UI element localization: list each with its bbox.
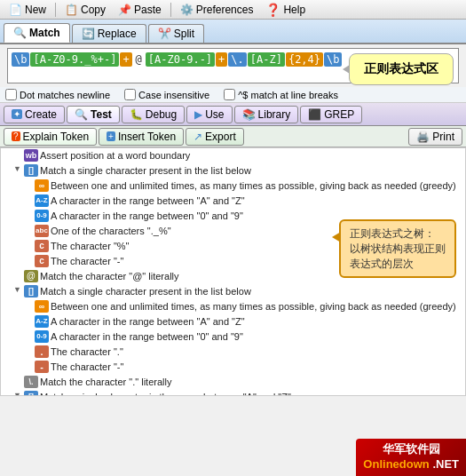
preferences-button[interactable]: ⚙️ Preferences bbox=[175, 3, 259, 17]
regex-area-tooltip: 正则表达式区 bbox=[349, 53, 454, 85]
watermark-line2: Onlinedown bbox=[363, 457, 429, 471]
tree-text-3: A character in the range between "A" and… bbox=[51, 194, 245, 208]
tab2-create[interactable]: ✦ Create bbox=[4, 106, 65, 123]
tab3-insert-token[interactable]: + Insert Token bbox=[99, 128, 184, 146]
abc-icon-4: . bbox=[35, 345, 49, 358]
tree-row-16[interactable]: ▼ [] Match a single character in the ran… bbox=[1, 390, 465, 396]
tab-replace[interactable]: 🔄 Replace bbox=[72, 24, 146, 43]
tree-text-1: Match a single character present in the … bbox=[40, 164, 251, 178]
dot-matches-label[interactable]: Dot matches newline bbox=[5, 89, 110, 100]
insert-label: Insert Token bbox=[118, 131, 176, 143]
caret-match-label[interactable]: ^$ match at line breaks bbox=[224, 89, 338, 100]
tree-row-13[interactable]: . The character "." bbox=[1, 345, 465, 360]
replace-label: Replace bbox=[98, 28, 137, 40]
match-label: Match bbox=[29, 27, 60, 39]
library-label: Library bbox=[258, 108, 291, 121]
case-insensitive-checkbox[interactable] bbox=[124, 89, 136, 100]
print-icon: 🖨️ bbox=[416, 131, 430, 143]
caret-match-text: ^$ match at line breaks bbox=[238, 90, 338, 100]
az-icon-1: A-Z bbox=[35, 194, 49, 207]
greedy-icon-1: ∞ bbox=[35, 179, 49, 192]
explain-label: Explain Token bbox=[23, 131, 90, 143]
tab2-debug[interactable]: 🐛 Debug bbox=[122, 106, 185, 123]
help-button[interactable]: ❓ Help bbox=[260, 2, 311, 18]
main-tab-bar: 🔍 Match 🔄 Replace ✂️ Split bbox=[0, 20, 466, 44]
new-button[interactable]: 📄 New bbox=[4, 3, 51, 17]
create-icon: ✦ bbox=[12, 109, 22, 119]
preferences-label: Preferences bbox=[196, 4, 254, 16]
paste-button[interactable]: 📌 Paste bbox=[113, 3, 167, 17]
tree-row-15[interactable]: \. Match the character "." literally bbox=[1, 375, 465, 390]
tab2-test[interactable]: 🔍 Test bbox=[67, 106, 120, 123]
abc-icon-1: abc bbox=[35, 225, 49, 237]
tree-row-9[interactable]: ▼ [] Match a single character present in… bbox=[1, 284, 465, 299]
export-label: Export bbox=[205, 131, 236, 143]
tree-row-1[interactable]: ▼ [] Match a single character present in… bbox=[1, 163, 465, 178]
tree-text-12: A character in the range between "0" and… bbox=[51, 330, 243, 344]
arrow: ▼ bbox=[13, 285, 24, 294]
print-label: Print bbox=[432, 131, 454, 143]
abc-icon-3: c bbox=[35, 255, 49, 267]
export-icon: ↗ bbox=[194, 131, 202, 143]
tree-tooltip: 正则表达式之树：以树状结构表现正则表达式的层次 bbox=[339, 219, 456, 278]
token-dot: \. bbox=[228, 52, 246, 67]
tree-text-14: The character "-" bbox=[51, 361, 123, 374]
insert-icon: + bbox=[107, 131, 115, 141]
tree-row-0[interactable]: wb Assert position at a word boundary bbox=[1, 148, 465, 163]
tree-area: 正则表达式之树：以树状结构表现正则表达式的层次 wb Assert positi… bbox=[0, 147, 466, 396]
copy-button[interactable]: 📋 Copy bbox=[59, 3, 111, 17]
tree-row-12[interactable]: 0-9 A character in the range between "0"… bbox=[1, 329, 465, 345]
debug-label: Debug bbox=[146, 108, 177, 121]
tree-row-10[interactable]: ∞ Between one and unlimited times, as ma… bbox=[1, 299, 465, 314]
tree-row-14[interactable]: - The character "-" bbox=[1, 360, 465, 375]
arrow: ▼ bbox=[13, 391, 24, 396]
abc-icon-2: c bbox=[35, 240, 49, 252]
library-icon: 📚 bbox=[242, 108, 256, 121]
tree-text-9: Match a single character present in the … bbox=[40, 285, 251, 298]
tab2-use[interactable]: ▶ Use bbox=[186, 106, 232, 123]
token-wb2: \b bbox=[324, 52, 342, 67]
test-label: Test bbox=[91, 108, 112, 121]
dot-matches-checkbox[interactable] bbox=[5, 89, 17, 100]
tab2-library[interactable]: 📚 Library bbox=[234, 106, 299, 123]
watermark-line3: .NET bbox=[432, 457, 459, 471]
dot-icon: \. bbox=[24, 376, 38, 388]
tree-row-11[interactable]: A-Z A character in the range between "A"… bbox=[1, 314, 465, 329]
caret-match-checkbox[interactable] bbox=[224, 89, 235, 100]
paste-label: Paste bbox=[134, 4, 162, 16]
match-icon: 🔍 bbox=[13, 27, 27, 39]
token-charclass3: [A-Z] bbox=[248, 52, 285, 67]
tab3-explain-token[interactable]: ? Explain Token bbox=[4, 128, 97, 146]
bubble1-text: 正则表达式区 bbox=[364, 61, 438, 75]
charclass-icon-2: [] bbox=[24, 285, 38, 298]
tree-text-10: Between one and unlimited times, as many… bbox=[51, 300, 456, 313]
tree-text-5: One of the characters "._%" bbox=[51, 225, 171, 238]
case-insensitive-label[interactable]: Case insensitive bbox=[124, 89, 209, 100]
test-icon: 🔍 bbox=[75, 108, 88, 121]
separator bbox=[55, 3, 56, 17]
help-icon: ❓ bbox=[265, 3, 280, 17]
paste-icon: 📌 bbox=[118, 4, 131, 16]
separator2 bbox=[170, 3, 171, 17]
watermark-box: 华军软件园 Onlinedown .NET bbox=[356, 439, 466, 476]
tree-text-2: Between one and unlimited times, as many… bbox=[51, 179, 456, 193]
at-icon: @ bbox=[24, 270, 38, 282]
tab-match[interactable]: 🔍 Match bbox=[4, 23, 70, 43]
split-label: Split bbox=[174, 28, 194, 40]
tab-split[interactable]: ✂️ Split bbox=[148, 24, 204, 43]
tree-row-2[interactable]: ∞ Between one and unlimited times, as ma… bbox=[1, 178, 465, 194]
tree-text-13: The character "." bbox=[51, 345, 123, 359]
token-plus1: + bbox=[120, 52, 131, 67]
tree-text-16: Match a single character in the range be… bbox=[40, 391, 291, 396]
token-plus2: + bbox=[216, 52, 227, 67]
word-boundary-icon: wb bbox=[24, 149, 38, 162]
copy-label: Copy bbox=[81, 4, 106, 16]
explain-icon: ? bbox=[12, 131, 20, 141]
tree-row-3[interactable]: A-Z A character in the range between "A"… bbox=[1, 194, 465, 209]
charclass-icon-3: [] bbox=[24, 391, 38, 396]
tree-text-4: A character in the range between "0" and… bbox=[51, 210, 243, 223]
tab2-grep[interactable]: ⬛ GREP bbox=[300, 106, 362, 123]
tabs2-bar: ✦ Create 🔍 Test 🐛 Debug ▶ Use 📚 Library … bbox=[0, 103, 466, 126]
tab3-print[interactable]: 🖨️ Print bbox=[408, 128, 462, 146]
tab3-export[interactable]: ↗ Export bbox=[186, 128, 244, 146]
